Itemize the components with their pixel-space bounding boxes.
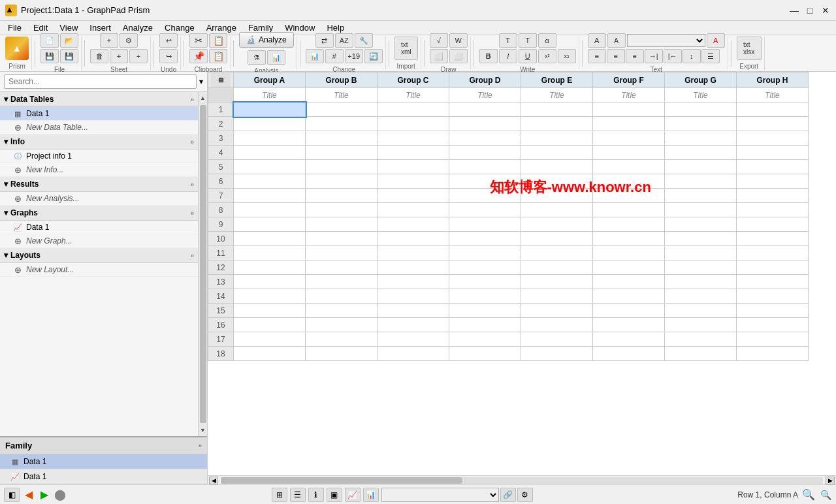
cell-r9-c7[interactable] — [737, 217, 809, 232]
cell-r5-c0[interactable] — [234, 160, 306, 174]
family-header[interactable]: Family » — [0, 437, 207, 454]
bold-btn[interactable]: B — [479, 49, 498, 63]
cell-r1-c3[interactable] — [449, 102, 521, 117]
nav-play[interactable]: ▶ — [38, 488, 51, 501]
cell-r6-c6[interactable] — [665, 174, 737, 189]
col-header-h[interactable]: Group H — [737, 72, 809, 88]
sidebar-scroll-up[interactable]: ▲ — [199, 93, 207, 102]
cell-r15-c2[interactable] — [378, 304, 449, 318]
alpha-btn[interactable]: α — [538, 33, 556, 48]
cell-r6-c3[interactable] — [449, 174, 521, 189]
align-center[interactable]: ≡ — [607, 49, 625, 63]
cell-r18-c3[interactable] — [449, 347, 521, 361]
cell-r3-c3[interactable] — [449, 131, 521, 146]
sidebar-scroll-thumb[interactable] — [200, 105, 206, 423]
import-btn[interactable]: txtxml — [394, 37, 418, 60]
cell-r5-c5[interactable] — [593, 160, 665, 174]
cell-r7-c4[interactable] — [521, 189, 593, 203]
cell-r16-c6[interactable] — [665, 318, 737, 332]
sidebar-item-new-analysis[interactable]: ⊕ New Analysis... — [0, 192, 198, 206]
cut-btn[interactable]: ✂ — [189, 33, 208, 48]
cell-r3-c4[interactable] — [521, 131, 593, 146]
new-btn[interactable]: 📄 — [40, 33, 59, 48]
col-header-e[interactable]: Group E — [521, 72, 593, 88]
info-view-btn[interactable]: ℹ — [308, 488, 324, 502]
cell-r16-c0[interactable] — [234, 318, 306, 332]
italic-btn[interactable]: I — [499, 49, 517, 63]
h-scroll-track[interactable] — [221, 477, 823, 484]
maximize-button[interactable]: □ — [805, 5, 815, 16]
sidebar-item-graph-data1[interactable]: 📈 Data 1 — [0, 221, 198, 234]
cell-r13-c1[interactable] — [306, 275, 378, 289]
cell-r11-c6[interactable] — [665, 246, 737, 260]
cell-r17-c0[interactable] — [234, 332, 306, 347]
cell-r7-c2[interactable] — [378, 189, 449, 203]
cell-r18-c0[interactable] — [234, 347, 306, 361]
title-cell-b[interactable]: Title — [306, 88, 378, 102]
saveas-btn[interactable]: 💾 — [60, 49, 78, 63]
font-color-btn[interactable]: A — [707, 33, 725, 48]
sidebar-item-project-info[interactable]: ⓘ Project info 1 — [0, 150, 198, 163]
cell-r15-c3[interactable] — [449, 304, 521, 318]
cell-r12-c0[interactable] — [234, 260, 306, 275]
section-expand-info[interactable]: » — [190, 138, 194, 146]
sheet-btn2[interactable]: ⚙ — [120, 33, 138, 48]
title-bar-controls[interactable]: — □ ✕ — [789, 5, 831, 16]
open-btn[interactable]: 📂 — [60, 33, 78, 48]
cell-r9-c2[interactable] — [378, 217, 449, 232]
cell-r17-c1[interactable] — [306, 332, 378, 347]
cell-r11-c7[interactable] — [737, 246, 809, 260]
cell-r6-c2[interactable] — [378, 174, 449, 189]
cell-r1-c6[interactable] — [665, 102, 737, 117]
paste-btn[interactable]: 📌 — [189, 49, 208, 63]
cell-r8-c6[interactable] — [665, 203, 737, 217]
cell-r11-c1[interactable] — [306, 246, 378, 260]
section-expand-layouts[interactable]: » — [190, 252, 194, 259]
section-header-graphs[interactable]: ▾ Graphs » — [0, 206, 198, 221]
cell-r1-c0[interactable] — [234, 102, 306, 117]
cell-r2-c4[interactable] — [521, 117, 593, 131]
cell-r2-c3[interactable] — [449, 117, 521, 131]
cell-r1-c1[interactable] — [306, 102, 378, 117]
cell-r3-c5[interactable] — [593, 131, 665, 146]
add-sheet-btn[interactable]: + — [100, 33, 118, 48]
cell-r14-c3[interactable] — [449, 289, 521, 304]
sidebar-item-new-layout[interactable]: ⊕ New Layout... — [0, 263, 198, 277]
table-select-all[interactable]: ⊞ — [218, 76, 223, 84]
menu-view[interactable]: View — [54, 22, 83, 34]
cell-r6-c5[interactable] — [593, 174, 665, 189]
cell-r8-c2[interactable] — [378, 203, 449, 217]
cell-r10-c7[interactable] — [737, 232, 809, 246]
sidebar-item-new-data-table[interactable]: ⊕ New Data Table... — [0, 121, 198, 134]
cell-r4-c0[interactable] — [234, 146, 306, 160]
cell-r2-c5[interactable] — [593, 117, 665, 131]
cell-r4-c2[interactable] — [378, 146, 449, 160]
cell-r17-c6[interactable] — [665, 332, 737, 347]
cell-r14-c0[interactable] — [234, 289, 306, 304]
text-btn[interactable]: T — [499, 33, 517, 48]
cell-r9-c3[interactable] — [449, 217, 521, 232]
cell-r13-c5[interactable] — [593, 275, 665, 289]
title-cell-d[interactable]: Title — [449, 88, 521, 102]
cell-r15-c7[interactable] — [737, 304, 809, 318]
draw-btn4[interactable]: ⬜ — [449, 49, 468, 63]
layout-view-btn[interactable]: ▣ — [327, 488, 342, 502]
section-expand-datatables[interactable]: » — [190, 96, 194, 103]
cell-r2-c6[interactable] — [665, 117, 737, 131]
draw-btn2[interactable]: W — [449, 33, 468, 48]
cell-r10-c4[interactable] — [521, 232, 593, 246]
section-header-layouts[interactable]: ▾ Layouts » — [0, 248, 198, 263]
sheet-view-btn[interactable]: ⊞ — [272, 488, 287, 502]
cell-r10-c0[interactable] — [234, 232, 306, 246]
family-expand-btn[interactable]: » — [198, 442, 202, 449]
cell-r6-c7[interactable] — [737, 174, 809, 189]
undo-btn[interactable]: ↩ — [159, 33, 178, 48]
change-btn1[interactable]: ⇄ — [315, 33, 334, 48]
cell-r6-c1[interactable] — [306, 174, 378, 189]
cell-r5-c1[interactable] — [306, 160, 378, 174]
copy-btn[interactable]: 📋 — [209, 33, 227, 48]
cell-r17-c7[interactable] — [737, 332, 809, 347]
menu-file[interactable]: File — [3, 22, 27, 34]
title-cell-e[interactable]: Title — [521, 88, 593, 102]
cell-r15-c0[interactable] — [234, 304, 306, 318]
